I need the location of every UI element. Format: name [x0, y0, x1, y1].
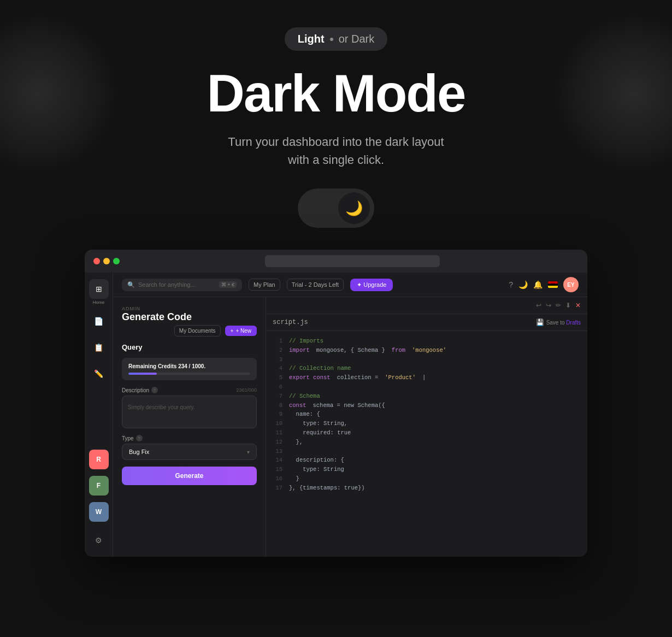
code-line: 11 required: true [272, 428, 582, 438]
sidebar-icon-edit[interactable]: ✏️ [89, 364, 109, 384]
bell-icon[interactable]: 🔔 [533, 280, 543, 289]
code-line: 4// Collection name [272, 364, 582, 373]
top-bar: 🔍 Search for anything... ⌘ + € My Plan T… [113, 273, 587, 297]
sidebar-icon-docs[interactable]: 📋 [89, 338, 109, 357]
sidebar-item-f[interactable]: F [89, 476, 109, 496]
dashboard-preview: ⊞ Home 📄 📋 ✏️ R F W ⚙ 🔍 Search for anyth… [85, 250, 587, 557]
my-plan-button[interactable]: My Plan [249, 279, 280, 291]
code-line: 2import mongoose, { Schema } from 'mongo… [272, 346, 582, 355]
light-label: Light [298, 33, 325, 45]
download-icon[interactable]: ⬇ [565, 302, 571, 309]
settings-icon[interactable]: ⚙ [89, 530, 109, 550]
toggle-knob: 🌙 [338, 192, 370, 224]
home-label: Home [93, 300, 104, 305]
dark-mode-toggle[interactable]: 🌙 [298, 188, 374, 228]
description-textarea[interactable]: Simply describe your query. [122, 396, 257, 428]
close-button[interactable] [93, 258, 100, 264]
chevron-down-icon: ▾ [247, 449, 250, 455]
redo-icon[interactable]: ↪ [546, 302, 551, 309]
description-info: ? [151, 387, 158, 393]
editor-toolbar: ↩ ↪ ✏ ⬇ ✕ [266, 297, 587, 314]
code-line: 10 type: String, [272, 419, 582, 428]
description-placeholder: Simply describe your query. [128, 404, 195, 410]
sidebar-item-w[interactable]: W [89, 502, 109, 522]
hero-subtitle: Turn your dashboard into the dark layout… [228, 133, 444, 169]
generate-button[interactable]: Generate [122, 467, 257, 485]
upgrade-button[interactable]: ✦ Upgrade [350, 279, 393, 291]
description-label: Description ? 2361/000 [122, 387, 257, 393]
sidebar-item-home[interactable]: ⊞ Home [89, 279, 109, 305]
search-box[interactable]: 🔍 Search for anything... ⌘ + € [122, 279, 242, 291]
address-bar [265, 255, 440, 267]
traffic-lights [93, 258, 120, 264]
toggle-separator [330, 38, 333, 41]
code-editor-panel: ↩ ↪ ✏ ⬇ ✕ script.js 💾 Save to Drafts [266, 297, 587, 557]
code-line: 8const schema = new Schema({ [272, 401, 582, 410]
dark-label: or Dark [339, 33, 375, 45]
new-button[interactable]: + + New [225, 326, 257, 336]
code-line: 14 description: { [272, 456, 582, 465]
my-documents-button[interactable]: My Documents [174, 325, 221, 337]
undo-icon[interactable]: ↩ [536, 302, 541, 309]
moon-icon: 🌙 [345, 200, 363, 217]
save-to-drafts-button[interactable]: 💾 Save to Drafts [536, 318, 581, 326]
search-icon: 🔍 [127, 281, 135, 288]
page-title: Generate Code [122, 311, 192, 323]
topbar-icons: ? 🌙 🔔 EY [509, 277, 579, 292]
sidebar: ⊞ Home 📄 📋 ✏️ R F W ⚙ [85, 273, 113, 557]
sidebar-item-r[interactable]: R [89, 450, 109, 469]
code-editor: 1// Imports 2import mongoose, { Schema }… [266, 331, 587, 557]
query-section-title: Query [122, 343, 257, 351]
edit-icon[interactable]: ✏ [556, 302, 561, 309]
type-info: ? [136, 435, 143, 441]
save-label: Save to Drafts [546, 320, 581, 326]
new-label: + New [235, 328, 251, 334]
code-line: 17}, {timestamps: true}) [272, 483, 582, 493]
type-select[interactable]: Bug Fix ▾ [122, 444, 257, 460]
file-name: script.js [273, 318, 308, 326]
avatar[interactable]: EY [563, 277, 579, 292]
code-line: 13 [272, 447, 582, 456]
code-line: 7// Schema [272, 392, 582, 401]
home-icon: ⊞ [89, 279, 109, 299]
hero-title: Dark Mode [207, 67, 465, 120]
flag-icon [548, 281, 558, 288]
code-line: 15 type: String [272, 465, 582, 474]
content-area: ADMIN Generate Code My Documents + + New… [113, 297, 587, 557]
code-line: 6 [272, 382, 582, 392]
credits-fill [128, 373, 157, 375]
admin-label: ADMIN [122, 306, 192, 311]
theme-toggle-pill[interactable]: Light or Dark [285, 27, 387, 51]
credits-text: Remaining Credits 234 / 1000. [128, 363, 250, 369]
trial-label: Trial - 2 Days Left [287, 279, 344, 291]
main-content: 🔍 Search for anything... ⌘ + € My Plan T… [113, 273, 587, 557]
sidebar-icon-calendar[interactable]: 📄 [89, 311, 109, 331]
credits-container: Remaining Credits 234 / 1000. [122, 358, 257, 380]
title-bar [85, 250, 587, 273]
code-line: 12 }, [272, 438, 582, 447]
code-line: 3 [272, 355, 582, 364]
left-panel: ADMIN Generate Code My Documents + + New… [113, 297, 266, 557]
code-line: 5export const collection = 'Product'| [272, 373, 582, 382]
content-header: ADMIN Generate Code [122, 306, 257, 323]
search-placeholder: Search for anything... [138, 281, 196, 288]
hero-orb-right [552, 11, 672, 175]
plus-icon: + [231, 328, 234, 334]
search-shortcut: ⌘ + € [219, 281, 237, 288]
close-editor-icon[interactable]: ✕ [575, 302, 581, 309]
minimize-button[interactable] [103, 258, 110, 264]
drafts-label: Drafts [566, 320, 581, 326]
code-line: 1// Imports [272, 337, 582, 346]
maximize-button[interactable] [113, 258, 120, 264]
save-icon: 💾 [536, 318, 544, 326]
dash-layout: ⊞ Home 📄 📋 ✏️ R F W ⚙ 🔍 Search for anyth… [85, 273, 587, 557]
credits-bar [128, 373, 250, 375]
moon-toggle-icon[interactable]: 🌙 [518, 280, 528, 289]
hero-orb-left [0, 11, 120, 175]
hero-section: Light or Dark Dark Mode Turn your dashbo… [0, 0, 672, 250]
help-icon[interactable]: ? [509, 280, 513, 289]
type-label: Type ? [122, 435, 257, 441]
editor-header: script.js 💾 Save to Drafts [266, 314, 587, 331]
code-line: 16 } [272, 474, 582, 483]
type-value: Bug Fix [129, 449, 149, 455]
